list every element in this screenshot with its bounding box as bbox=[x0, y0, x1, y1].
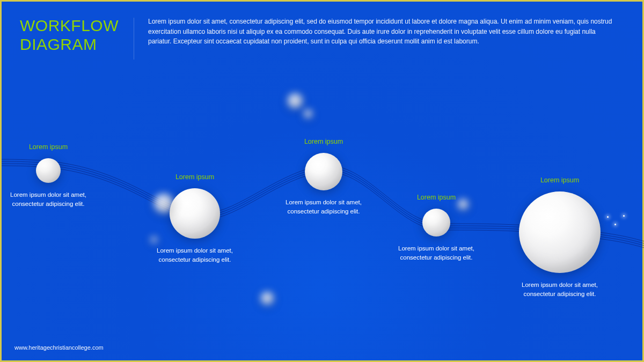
sparkle-icon bbox=[614, 224, 616, 225]
sparkle-icon bbox=[607, 216, 609, 218]
workflow-node-body: Lorem ipsum dolor sit amet, consectetur … bbox=[511, 280, 608, 299]
node-body-text: Lorem ipsum dolor sit amet, consectetur … bbox=[286, 199, 362, 215]
workflow-node-label: Lorem ipsum bbox=[275, 137, 372, 150]
workflow-node-label: Lorem ipsum bbox=[511, 175, 608, 189]
workflow-node-sphere bbox=[519, 191, 601, 273]
node-body-text: Lorem ipsum dolor sit amet, consectetur … bbox=[398, 245, 474, 261]
decor-sphere bbox=[304, 109, 312, 118]
intro-paragraph: Lorem ipsum dolor sit amet, consectetur … bbox=[134, 17, 617, 60]
node-heading: Lorem ipsum bbox=[388, 193, 485, 203]
node-heading: Lorem ipsum bbox=[0, 142, 97, 152]
workflow-node-body: Lorem ipsum dolor sit amet, consectetur … bbox=[388, 244, 485, 263]
workflow-node-body: Lorem ipsum dolor sit amet, consectetur … bbox=[0, 190, 97, 209]
workflow-node-label: Lorem ipsum bbox=[0, 142, 97, 156]
node-body-text: Lorem ipsum dolor sit amet, consectetur … bbox=[522, 282, 598, 297]
decor-sphere bbox=[261, 292, 274, 305]
workflow-node-body: Lorem ipsum dolor sit amet, consectetur … bbox=[275, 198, 372, 217]
decor-sphere bbox=[154, 194, 173, 213]
workflow-node-sphere bbox=[305, 153, 342, 190]
workflow-node-label: Lorem ipsum bbox=[147, 172, 243, 186]
node-heading: Lorem ipsum bbox=[511, 175, 608, 186]
workflow-node-sphere bbox=[170, 188, 220, 239]
node-body-text: Lorem ipsum dolor sit amet, consectetur … bbox=[10, 191, 86, 207]
workflow-node-sphere bbox=[422, 209, 450, 237]
workflow-node-sphere bbox=[36, 158, 61, 183]
node-heading: Lorem ipsum bbox=[275, 137, 372, 147]
slide-title: WORKFLOW DIAGRAM bbox=[20, 17, 134, 60]
decor-sphere bbox=[288, 93, 303, 108]
node-heading: Lorem ipsum bbox=[147, 172, 243, 182]
footer-url: www.heritagechristiancollege.com bbox=[14, 344, 104, 351]
node-body-text: Lorem ipsum dolor sit amet, consectetur … bbox=[157, 247, 233, 263]
workflow-node-label: Lorem ipsum bbox=[388, 193, 485, 206]
workflow-node-body: Lorem ipsum dolor sit amet, consectetur … bbox=[147, 246, 243, 265]
decor-sphere bbox=[151, 237, 157, 243]
sparkle-icon bbox=[623, 215, 625, 217]
slide-header: WORKFLOW DIAGRAM Lorem ipsum dolor sit a… bbox=[2, 2, 642, 60]
slide-frame: WORKFLOW DIAGRAM Lorem ipsum dolor sit a… bbox=[0, 0, 644, 362]
